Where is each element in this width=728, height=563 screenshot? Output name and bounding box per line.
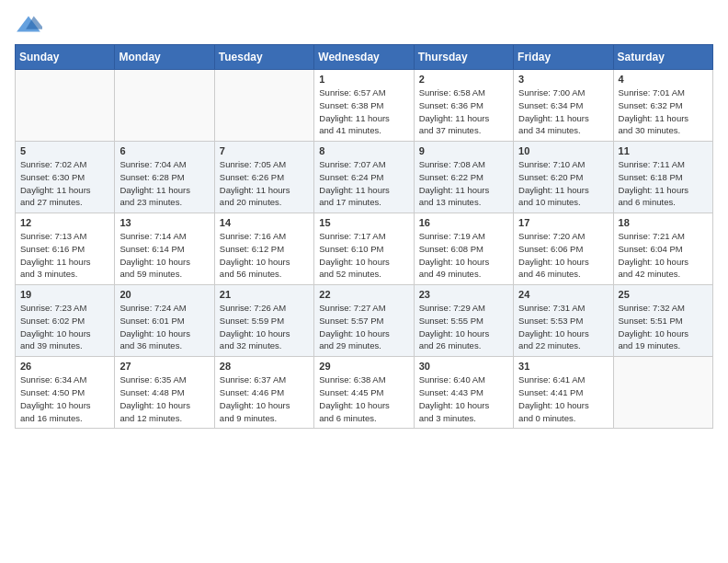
weekday-header-monday: Monday [115, 45, 214, 70]
day-number: 23 [419, 289, 508, 300]
day-number: 18 [619, 217, 708, 228]
weekday-header-friday: Friday [514, 45, 613, 70]
calendar-cell [16, 70, 115, 142]
weekday-header-sunday: Sunday [16, 45, 115, 70]
day-info: Sunrise: 7:24 AM Sunset: 6:01 PM Dayligh… [119, 302, 209, 352]
day-number: 26 [20, 361, 109, 372]
calendar-table: SundayMondayTuesdayWednesdayThursdayFrid… [15, 44, 713, 429]
day-number: 6 [119, 145, 209, 156]
day-info: Sunrise: 7:13 AM Sunset: 6:16 PM Dayligh… [20, 230, 109, 281]
weekday-header-row: SundayMondayTuesdayWednesdayThursdayFrid… [16, 45, 713, 70]
calendar-cell: 15Sunrise: 7:17 AM Sunset: 6:10 PM Dayli… [314, 213, 414, 285]
calendar-cell: 12Sunrise: 7:13 AM Sunset: 6:16 PM Dayli… [16, 213, 115, 285]
day-info: Sunrise: 6:35 AM Sunset: 4:48 PM Dayligh… [119, 373, 209, 424]
day-number: 21 [220, 289, 309, 300]
calendar-cell: 17Sunrise: 7:20 AM Sunset: 6:06 PM Dayli… [514, 213, 613, 285]
calendar-cell: 19Sunrise: 7:23 AM Sunset: 6:02 PM Dayli… [16, 285, 115, 357]
day-number: 1 [319, 74, 408, 85]
weekday-header-saturday: Saturday [613, 45, 712, 70]
day-info: Sunrise: 7:20 AM Sunset: 6:06 PM Dayligh… [518, 230, 608, 281]
day-info: Sunrise: 6:37 AM Sunset: 4:46 PM Dayligh… [220, 373, 309, 424]
day-info: Sunrise: 7:14 AM Sunset: 6:14 PM Dayligh… [119, 230, 209, 281]
day-number: 19 [20, 289, 109, 300]
day-info: Sunrise: 6:41 AM Sunset: 4:41 PM Dayligh… [518, 373, 608, 424]
day-number: 7 [220, 145, 309, 156]
day-number: 14 [220, 217, 309, 228]
calendar-cell: 27Sunrise: 6:35 AM Sunset: 4:48 PM Dayli… [115, 357, 214, 429]
calendar-cell: 14Sunrise: 7:16 AM Sunset: 6:12 PM Dayli… [214, 213, 313, 285]
day-number: 22 [319, 289, 408, 300]
day-number: 24 [518, 289, 608, 300]
day-info: Sunrise: 7:26 AM Sunset: 5:59 PM Dayligh… [220, 302, 309, 352]
day-number: 17 [518, 217, 608, 228]
day-info: Sunrise: 7:05 AM Sunset: 6:26 PM Dayligh… [220, 158, 309, 209]
calendar-cell: 6Sunrise: 7:04 AM Sunset: 6:28 PM Daylig… [115, 142, 214, 213]
calendar-cell: 22Sunrise: 7:27 AM Sunset: 5:57 PM Dayli… [314, 285, 414, 357]
weekday-header-thursday: Thursday [414, 45, 513, 70]
day-number: 12 [20, 217, 109, 228]
calendar-week-row: 5Sunrise: 7:02 AM Sunset: 6:30 PM Daylig… [16, 142, 713, 213]
day-info: Sunrise: 7:07 AM Sunset: 6:24 PM Dayligh… [319, 158, 408, 209]
calendar-cell: 30Sunrise: 6:40 AM Sunset: 4:43 PM Dayli… [414, 357, 513, 429]
day-info: Sunrise: 7:10 AM Sunset: 6:20 PM Dayligh… [518, 158, 608, 209]
calendar-cell: 7Sunrise: 7:05 AM Sunset: 6:26 PM Daylig… [214, 142, 313, 213]
day-number: 9 [419, 145, 508, 156]
day-info: Sunrise: 6:58 AM Sunset: 6:36 PM Dayligh… [419, 86, 508, 137]
day-number: 11 [619, 145, 708, 156]
calendar-cell [613, 357, 712, 429]
day-info: Sunrise: 7:00 AM Sunset: 6:34 PM Dayligh… [518, 86, 608, 137]
day-number: 28 [220, 361, 309, 372]
calendar-cell: 23Sunrise: 7:29 AM Sunset: 5:55 PM Dayli… [414, 285, 513, 357]
day-info: Sunrise: 7:01 AM Sunset: 6:32 PM Dayligh… [619, 86, 708, 137]
day-info: Sunrise: 7:19 AM Sunset: 6:08 PM Dayligh… [419, 230, 508, 281]
weekday-header-tuesday: Tuesday [214, 45, 313, 70]
calendar-cell [214, 70, 313, 142]
day-info: Sunrise: 7:16 AM Sunset: 6:12 PM Dayligh… [220, 230, 309, 281]
day-info: Sunrise: 7:31 AM Sunset: 5:53 PM Dayligh… [518, 302, 608, 352]
calendar-cell: 8Sunrise: 7:07 AM Sunset: 6:24 PM Daylig… [314, 142, 414, 213]
calendar-cell: 28Sunrise: 6:37 AM Sunset: 4:46 PM Dayli… [214, 357, 313, 429]
calendar-cell: 9Sunrise: 7:08 AM Sunset: 6:22 PM Daylig… [414, 142, 513, 213]
calendar-cell: 10Sunrise: 7:10 AM Sunset: 6:20 PM Dayli… [514, 142, 613, 213]
day-info: Sunrise: 7:17 AM Sunset: 6:10 PM Dayligh… [319, 230, 408, 281]
calendar-cell: 13Sunrise: 7:14 AM Sunset: 6:14 PM Dayli… [115, 213, 214, 285]
day-info: Sunrise: 7:08 AM Sunset: 6:22 PM Dayligh… [419, 158, 508, 209]
day-number: 2 [419, 74, 508, 85]
calendar-cell: 25Sunrise: 7:32 AM Sunset: 5:51 PM Dayli… [613, 285, 712, 357]
day-info: Sunrise: 7:27 AM Sunset: 5:57 PM Dayligh… [319, 302, 408, 352]
logo [15, 15, 42, 33]
calendar-cell: 5Sunrise: 7:02 AM Sunset: 6:30 PM Daylig… [16, 142, 115, 213]
day-number: 4 [619, 74, 708, 85]
calendar-cell: 31Sunrise: 6:41 AM Sunset: 4:41 PM Dayli… [514, 357, 613, 429]
calendar-cell [115, 70, 214, 142]
calendar-cell: 24Sunrise: 7:31 AM Sunset: 5:53 PM Dayli… [514, 285, 613, 357]
calendar-cell: 16Sunrise: 7:19 AM Sunset: 6:08 PM Dayli… [414, 213, 513, 285]
day-info: Sunrise: 7:32 AM Sunset: 5:51 PM Dayligh… [619, 302, 708, 352]
day-number: 30 [419, 361, 508, 372]
calendar-week-row: 19Sunrise: 7:23 AM Sunset: 6:02 PM Dayli… [16, 285, 713, 357]
day-number: 31 [518, 361, 608, 372]
day-number: 8 [319, 145, 408, 156]
calendar-week-row: 12Sunrise: 7:13 AM Sunset: 6:16 PM Dayli… [16, 213, 713, 285]
calendar-cell: 18Sunrise: 7:21 AM Sunset: 6:04 PM Dayli… [613, 213, 712, 285]
calendar-cell: 1Sunrise: 6:57 AM Sunset: 6:38 PM Daylig… [314, 70, 414, 142]
day-info: Sunrise: 7:29 AM Sunset: 5:55 PM Dayligh… [419, 302, 508, 352]
weekday-header-wednesday: Wednesday [314, 45, 414, 70]
day-number: 20 [119, 289, 209, 300]
calendar-cell: 26Sunrise: 6:34 AM Sunset: 4:50 PM Dayli… [16, 357, 115, 429]
page-header [15, 15, 713, 33]
day-info: Sunrise: 7:04 AM Sunset: 6:28 PM Dayligh… [119, 158, 209, 209]
calendar-week-row: 26Sunrise: 6:34 AM Sunset: 4:50 PM Dayli… [16, 357, 713, 429]
calendar-week-row: 1Sunrise: 6:57 AM Sunset: 6:38 PM Daylig… [16, 70, 713, 142]
day-number: 3 [518, 74, 608, 85]
logo-icon [15, 15, 42, 33]
day-info: Sunrise: 6:38 AM Sunset: 4:45 PM Dayligh… [319, 373, 408, 424]
day-number: 25 [619, 289, 708, 300]
day-number: 29 [319, 361, 408, 372]
day-info: Sunrise: 7:21 AM Sunset: 6:04 PM Dayligh… [619, 230, 708, 281]
calendar-cell: 29Sunrise: 6:38 AM Sunset: 4:45 PM Dayli… [314, 357, 414, 429]
day-info: Sunrise: 7:11 AM Sunset: 6:18 PM Dayligh… [619, 158, 708, 209]
day-info: Sunrise: 6:34 AM Sunset: 4:50 PM Dayligh… [20, 373, 109, 424]
day-number: 13 [119, 217, 209, 228]
day-info: Sunrise: 7:23 AM Sunset: 6:02 PM Dayligh… [20, 302, 109, 352]
